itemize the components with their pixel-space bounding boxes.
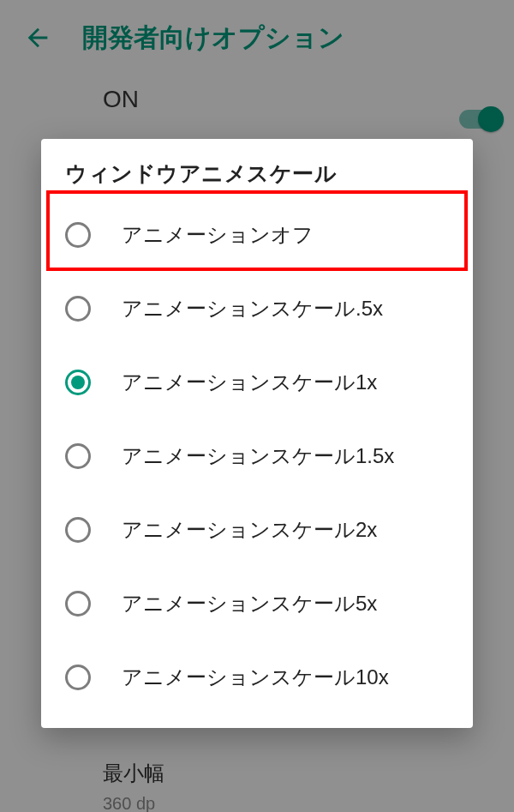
option-label: アニメーションスケール1.5x xyxy=(122,442,394,470)
radio-icon xyxy=(65,517,91,543)
option-3[interactable]: アニメーションスケール1.5x xyxy=(41,419,473,493)
option-label: アニメーションスケール5x xyxy=(122,590,377,617)
option-6[interactable]: アニメーションスケール10x xyxy=(41,641,473,714)
radio-icon xyxy=(65,665,91,690)
option-label: アニメーションスケール2x xyxy=(122,516,377,544)
option-5[interactable]: アニメーションスケール5x xyxy=(41,567,473,641)
radio-icon xyxy=(65,443,91,469)
option-label: アニメーションスケール1x xyxy=(122,369,377,396)
options-list: アニメーションオフアニメーションスケール.5xアニメーションスケール1xアニメー… xyxy=(41,198,473,714)
radio-icon xyxy=(65,370,91,395)
option-label: アニメーションスケール10x xyxy=(122,664,389,691)
option-1[interactable]: アニメーションスケール.5x xyxy=(41,272,473,346)
radio-icon xyxy=(65,591,91,617)
option-label: アニメーションスケール.5x xyxy=(122,295,383,322)
annotation-highlight xyxy=(46,190,468,271)
radio-icon xyxy=(65,296,91,322)
option-2[interactable]: アニメーションスケール1x xyxy=(41,346,473,419)
option-4[interactable]: アニメーションスケール2x xyxy=(41,493,473,567)
